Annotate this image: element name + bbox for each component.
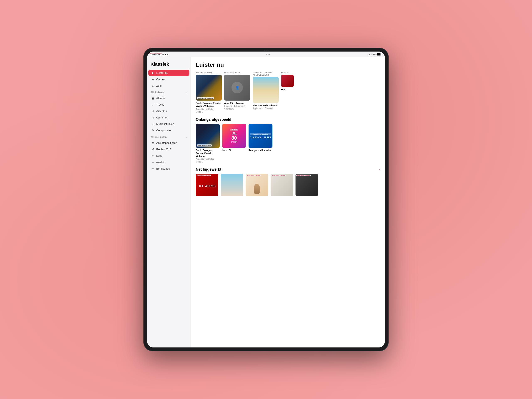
nav-label-albums: Albums xyxy=(156,97,165,100)
recent-artist-bach: Anne-Sophie Müller, Mutte... xyxy=(196,158,220,163)
album-title-bach: Bach, Bologne, Previn, Vivaldi, Williams xyxy=(196,102,222,108)
nav-label-luister: Luister nu xyxy=(156,71,168,74)
sidebar-item-replay2017[interactable]: ↺ Replay 2017 xyxy=(148,146,189,152)
updated-card-dark[interactable]: Apple Music Classical xyxy=(296,174,318,197)
sidebar-item-ontdek[interactable]: ◈ Ontdek xyxy=(148,76,189,82)
album-art-orchestra: Apple Music Classical xyxy=(196,75,222,101)
jaren-de: DE xyxy=(232,131,237,135)
new-album-label-1: NIEUW ALBUM xyxy=(196,71,222,74)
sidebar-item-opnamen[interactable]: ♫ Opnamen xyxy=(148,114,189,120)
sidebar-item-leeg[interactable]: ○ Leeg xyxy=(148,152,189,159)
replay-icon: ↺ xyxy=(151,147,155,151)
bibliotheek-section-header: Bibliotheek ⌄ xyxy=(147,89,190,95)
status-right: ▲ 99% xyxy=(368,53,381,56)
componisten-icon: ✎ xyxy=(151,129,155,132)
nav-label-artiesten: Artiesten xyxy=(156,109,167,113)
updated-card-clouds[interactable]: Apple Music Classical xyxy=(221,174,243,197)
featured-card-arvo[interactable]: NIEUW ALBUM 👤 Arvo Pärt: Tractus Estonia… xyxy=(224,71,250,113)
battery-icon xyxy=(377,53,381,56)
afspeellijsten-arrow[interactable]: ⌄ xyxy=(185,136,187,139)
jaren-number: 80 xyxy=(231,135,237,141)
updated-section-header: Net bijgewerkt › xyxy=(196,167,380,172)
sidebar-item-muziekstukken[interactable]: ♩ Muziekstukken xyxy=(148,121,189,127)
nav-label-leeg: Leeg xyxy=(156,154,162,157)
sidebar-item-tracks[interactable]: ♪ Tracks xyxy=(148,101,189,108)
app-container: Klassiek ▶ Luister nu ◈ Ontdek ⌕ Zoek Bi… xyxy=(147,57,385,348)
main-content: Luister nu NIEUW ALBUM Apple Music Class… xyxy=(191,57,385,348)
status-dots xyxy=(266,54,270,55)
albums-icon: ▣ xyxy=(151,96,155,100)
updated-art-sacred: Apple Music Classical xyxy=(271,174,293,196)
album-title-des: Des... xyxy=(281,88,294,91)
updated-art-clouds: Apple Music Classical xyxy=(221,174,243,196)
new-album-label-2: NIEUW ALBUM xyxy=(224,71,250,74)
featured-card-bach[interactable]: NIEUW ALBUM Apple Music Classical Bach, … xyxy=(196,71,222,113)
recent-art-jaren80: ♪ MUSIC DE 80 JAREN xyxy=(222,124,246,148)
album-art-arvo: 👤 xyxy=(224,75,250,101)
updated-card-sacred[interactable]: Apple Music Classical xyxy=(271,174,293,197)
featured-card-klassiek[interactable]: GESELECTEERDE AFSPEELLIJST Klassiek in d… xyxy=(253,71,279,113)
new-album-label-4: NIEUW xyxy=(281,71,294,74)
album-artist-arvo: Estonian Philharmonic Chamber... xyxy=(224,105,250,110)
nav-label-roadtrip: roadtrip xyxy=(156,161,165,164)
sidebar: Klassiek ▶ Luister nu ◈ Ontdek ⌕ Zoek Bi… xyxy=(147,57,191,348)
sidebar-item-zoek[interactable]: ⌕ Zoek xyxy=(148,82,189,89)
recently-played-header: Onlangs afgespeeld xyxy=(196,117,380,122)
sidebar-item-luister-nu[interactable]: ▶ Luister nu xyxy=(148,70,189,76)
sidebar-item-alle-afspeellijsten[interactable]: ≡ Alle afspeellijsten xyxy=(148,140,189,146)
nav-label-replay: Replay 2017 xyxy=(156,148,171,151)
recently-played-title: Onlangs afgespeeld xyxy=(196,117,231,122)
nav-label-ontdek: Ontdek xyxy=(156,78,165,81)
alle-icon: ≡ xyxy=(151,141,155,145)
bibliotheek-arrow[interactable]: ⌄ xyxy=(185,91,187,94)
album-art-klassiek xyxy=(253,77,279,103)
updated-art-dancers: Apple Music Classical xyxy=(246,174,268,196)
nav-label-componisten: Componisten xyxy=(156,129,172,132)
album-title-arvo: Arvo Pärt: Tractus xyxy=(224,102,250,105)
tablet-camera xyxy=(263,50,269,51)
muziekstukken-icon: ♩ xyxy=(151,122,155,126)
recent-card-classical[interactable]: Apple Music Classical CLASSICAL SLEEP Ru… xyxy=(248,124,272,163)
opnamen-icon: ♫ xyxy=(151,116,155,119)
bibliotheek-title: Bibliotheek xyxy=(151,91,164,94)
nav-label-bondsongs: Bondsongs xyxy=(156,167,170,170)
camera-dot-3 xyxy=(267,50,268,51)
album-art-des xyxy=(281,75,294,87)
recent-title-jaren: Jaren 80 xyxy=(222,149,246,152)
recent-art-bach: Apple Music Classical xyxy=(196,124,220,148)
recent-title-classical: Rustgevend klassiek xyxy=(248,149,272,152)
discover-icon: ◈ xyxy=(151,77,155,81)
updated-art-dark: Apple Music Classical xyxy=(296,174,318,196)
sidebar-item-componisten[interactable]: ✎ Componisten xyxy=(148,127,189,133)
roadtrip-icon: ○ xyxy=(151,160,155,164)
camera-dot-1 xyxy=(264,50,265,51)
tablet-device: 10:44 Do 16 nov ▲ 99% Klassiek xyxy=(143,48,389,351)
featured-card-des[interactable]: NIEUW Des... xyxy=(281,71,294,113)
sidebar-item-roadtrip[interactable]: ○ roadtrip xyxy=(148,159,189,165)
updated-row: Apple Music Classical THE WORKS Apple Mu… xyxy=(196,174,380,197)
updated-arrow[interactable]: › xyxy=(379,168,380,171)
featured-albums-row: NIEUW ALBUM Apple Music Classical Bach, … xyxy=(196,71,380,113)
page-title: Luister nu xyxy=(196,62,380,68)
nav-label-alle: Alle afspeellijsten xyxy=(156,141,177,145)
album-title-klassiek: Klassiek in de ochtend xyxy=(253,104,279,107)
updated-card-theworks[interactable]: Apple Music Classical THE WORKS xyxy=(196,174,218,197)
recent-card-jaren80[interactable]: ♪ MUSIC DE 80 JAREN Jaren 80 xyxy=(222,124,246,163)
recent-art-classical: Apple Music Classical CLASSICAL SLEEP xyxy=(248,124,272,148)
search-icon: ⌕ xyxy=(151,84,155,87)
wifi-icon: ▲ xyxy=(368,53,370,56)
sidebar-item-artiesten[interactable]: ♬ Artiesten xyxy=(148,108,189,114)
sidebar-item-bondsongs[interactable]: ○ Bondsongs xyxy=(148,165,189,172)
jaren-badge: ♪ MUSIC xyxy=(230,129,238,131)
updated-title: Net bijgewerkt xyxy=(196,167,221,172)
artiesten-icon: ♬ xyxy=(151,109,155,113)
sidebar-item-albums[interactable]: ▣ Albums xyxy=(148,95,189,101)
updated-card-dancers[interactable]: Apple Music Classical xyxy=(246,174,268,197)
sidebar-title: Klassiek xyxy=(147,61,190,70)
camera-dot-2 xyxy=(266,50,267,51)
afspeellijsten-title: Afspeellijsten xyxy=(151,136,167,139)
recent-card-bach[interactable]: Apple Music Classical Bach, Bologne, Pre… xyxy=(196,124,220,163)
recent-title-bach: Bach, Bologne, Previn, Vivaldi, Williams xyxy=(196,149,220,158)
new-album-label-3: GESELECTEERDE AFSPEELLIJST xyxy=(253,71,279,76)
updated-art-theworks: Apple Music Classical THE WORKS xyxy=(196,174,218,196)
